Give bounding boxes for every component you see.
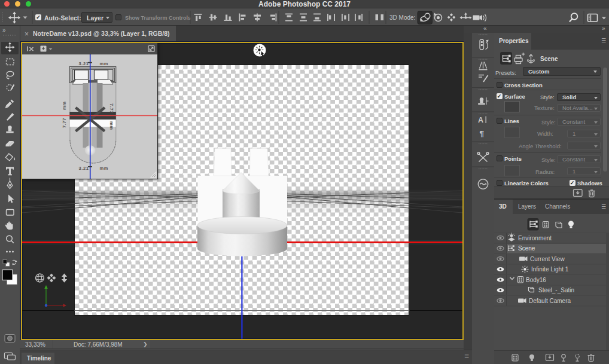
svg-text:mm: mm	[62, 101, 67, 110]
svg-text:A: A	[478, 116, 483, 124]
svg-text:mm: mm	[108, 121, 114, 130]
svg-text:3.21: 3.21	[78, 166, 89, 171]
svg-text:¶: ¶	[480, 129, 485, 138]
svg-text:3.21: 3.21	[78, 61, 89, 66]
svg-text:mm: mm	[99, 61, 108, 66]
svg-text:7.77: 7.77	[62, 118, 67, 128]
svg-text:mm: mm	[99, 166, 108, 171]
svg-text:7.77: 7.77	[108, 103, 114, 114]
